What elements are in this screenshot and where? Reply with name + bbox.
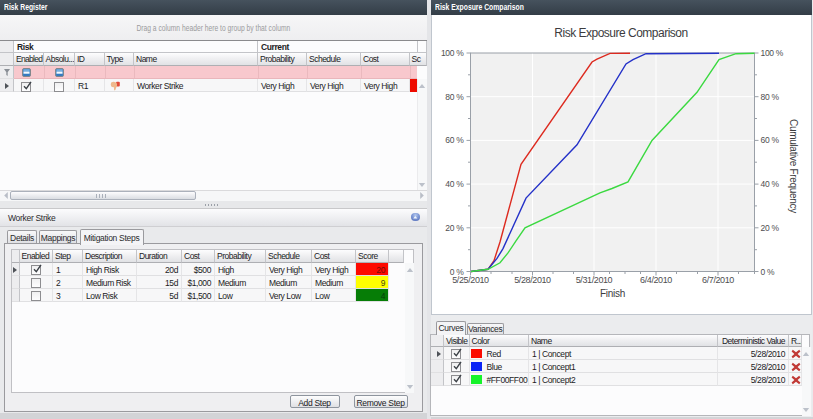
svg-text:0 %: 0 % [761,267,775,277]
svg-text:60 %: 60 % [445,135,464,145]
svg-text:100 %: 100 % [761,48,784,58]
svg-text:100 %: 100 % [441,48,464,58]
svg-text:5/25/2010: 5/25/2010 [452,275,489,285]
svg-text:80 %: 80 % [445,92,464,102]
svg-text:6/4/2010: 6/4/2010 [640,275,672,285]
svg-text:6/7/2010: 6/7/2010 [702,275,734,285]
svg-text:Risk Exposure Comparison: Risk Exposure Comparison [554,26,687,40]
svg-text:20 %: 20 % [761,223,780,233]
svg-text:Cumulative Frequency: Cumulative Frequency [788,119,799,213]
svg-text:5/31/2010: 5/31/2010 [576,275,613,285]
svg-text:Finish: Finish [600,288,625,299]
svg-text:60 %: 60 % [761,135,780,145]
svg-text:20 %: 20 % [445,223,464,233]
svg-text:40 %: 40 % [445,179,464,189]
svg-text:5/28/2010: 5/28/2010 [514,275,551,285]
svg-text:40 %: 40 % [761,179,780,189]
svg-text:80 %: 80 % [761,92,780,102]
